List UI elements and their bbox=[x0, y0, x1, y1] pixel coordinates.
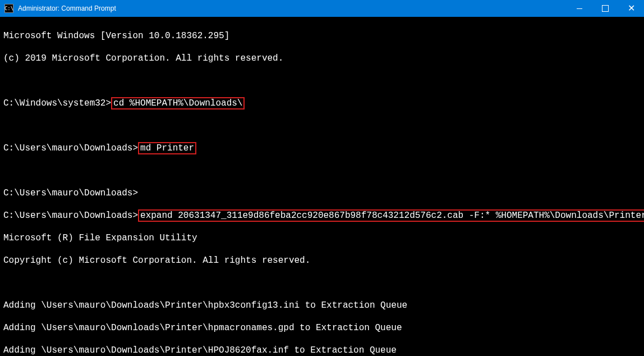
adding-line: Adding \Users\mauro\Downloads\Printer\hp… bbox=[3, 300, 641, 311]
copyright-line: (c) 2019 Microsoft Corporation. All righ… bbox=[3, 53, 641, 64]
highlighted-command-cd: cd %HOMEPATH%\Downloads\ bbox=[111, 97, 245, 109]
highlighted-command-md: md Printer bbox=[138, 142, 196, 154]
prompt-1: C:\Windows\system32> bbox=[3, 98, 111, 108]
cmd-line-3: C:\Users\mauro\Downloads>expand 20631347… bbox=[3, 210, 641, 221]
cmd-icon: C:\ bbox=[4, 4, 13, 13]
prompt-2: C:\Users\mauro\Downloads> bbox=[3, 143, 138, 153]
expand-utility-line: Microsoft (R) File Expansion Utility bbox=[3, 232, 641, 244]
highlighted-command-expand: expand 20631347_311e9d86feba2cc920e867b9… bbox=[138, 209, 644, 222]
window-controls: ✕ bbox=[567, 0, 644, 17]
close-button[interactable]: ✕ bbox=[618, 0, 644, 17]
blank-line bbox=[3, 75, 641, 86]
blank-line bbox=[3, 120, 641, 131]
titlebar[interactable]: C:\ Administrator: Command Prompt ✕ bbox=[0, 0, 644, 17]
window-title: Administrator: Command Prompt bbox=[18, 4, 567, 12]
cmd-line-2: C:\Users\mauro\Downloads>md Printer bbox=[3, 143, 641, 154]
minimize-button[interactable] bbox=[567, 0, 592, 17]
expand-copyright-line: Copyright (c) Microsoft Corporation. All… bbox=[3, 255, 641, 266]
terminal-output[interactable]: Microsoft Windows [Version 10.0.18362.29… bbox=[0, 17, 644, 356]
cmd-line-3-empty: C:\Users\mauro\Downloads> bbox=[3, 188, 641, 199]
adding-line: Adding \Users\mauro\Downloads\Printer\hp… bbox=[3, 322, 641, 334]
prompt-3: C:\Users\mauro\Downloads> bbox=[3, 211, 138, 221]
version-line: Microsoft Windows [Version 10.0.18362.29… bbox=[3, 30, 641, 42]
adding-line: Adding \Users\mauro\Downloads\Printer\HP… bbox=[3, 345, 641, 356]
maximize-button[interactable] bbox=[592, 0, 618, 17]
blank-line bbox=[3, 277, 641, 289]
blank-line bbox=[3, 165, 641, 176]
cmd-line-1: C:\Windows\system32>cd %HOMEPATH%\Downlo… bbox=[3, 98, 641, 109]
